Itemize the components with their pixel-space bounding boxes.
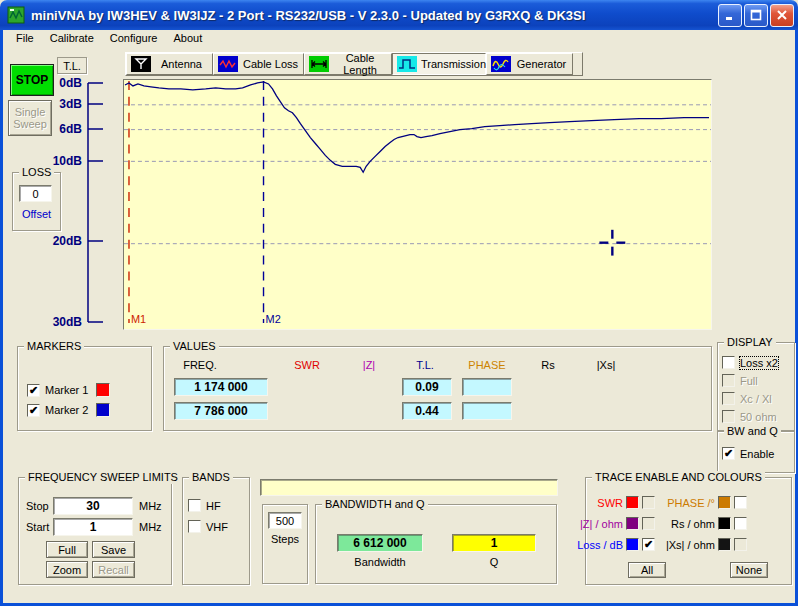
svg-text:0dB: 0dB	[59, 76, 82, 90]
q-label: Q	[454, 556, 534, 568]
single-sweep-button[interactable]: Single Sweep	[8, 100, 52, 136]
minimize-button[interactable]	[718, 4, 742, 27]
steps-group: 500 Steps	[262, 504, 308, 584]
mode-toolbar: Antenna Cable Loss Cable Length Transmis…	[125, 52, 583, 76]
sweep-chart[interactable]: M1M2	[123, 79, 712, 330]
swr-trace-label: SWR	[565, 497, 623, 509]
bandwidth-q-title: BANDWIDTH and Q	[322, 498, 428, 511]
cable-length-mode-button[interactable]: Cable Length	[304, 53, 392, 75]
transmission-mode-button[interactable]: Transmission	[392, 53, 486, 75]
loss-x2-label: Loss x2	[740, 357, 778, 369]
antenna-mode-button[interactable]: Antenna	[126, 53, 213, 75]
full-display-checkbox	[722, 374, 735, 387]
loss-x2-checkbox[interactable]	[722, 356, 735, 369]
values-group-title: VALUES	[170, 340, 219, 353]
markers-group: MARKERS ✔ Marker 1 ✔ Marker 2	[17, 346, 152, 431]
full-range-button[interactable]: Full	[46, 541, 88, 558]
marker2-checkbox[interactable]: ✔	[27, 404, 40, 417]
swr-trace-swatch[interactable]	[626, 496, 639, 509]
sweep-chart-plot: M1M2	[124, 80, 711, 329]
vhf-label: VHF	[206, 521, 228, 533]
menu-configure[interactable]: Configure	[102, 31, 166, 46]
header-rs: Rs	[518, 359, 578, 371]
header-phase: PHASE	[456, 359, 518, 371]
rs-trace-row: Rs / ohm	[650, 517, 747, 530]
xc-xl-checkbox	[722, 392, 735, 405]
close-button[interactable]	[770, 4, 794, 27]
maximize-button[interactable]	[744, 4, 768, 27]
menubar: File Calibrate Configure About	[3, 30, 795, 47]
save-button[interactable]: Save	[92, 541, 135, 558]
titlebar[interactable]: miniVNA by IW3HEV & IW3IJZ - 2 Port - RS…	[0, 0, 798, 30]
none-traces-button[interactable]: None	[730, 562, 768, 578]
svg-text:M2: M2	[266, 313, 281, 325]
stop-button[interactable]: STOP	[10, 64, 54, 96]
rs-trace-checkbox[interactable]	[734, 517, 747, 530]
cable-loss-mode-button[interactable]: Cable Loss	[213, 53, 304, 75]
header-swr: SWR	[277, 359, 337, 371]
fifty-ohm-label: 50 ohm	[740, 411, 777, 423]
fifty-ohm-checkbox	[722, 410, 735, 423]
transmission-mode-label: Transmission	[417, 58, 490, 70]
header-tl: T.L.	[395, 359, 455, 371]
generator-mode-button[interactable]: Generator	[486, 53, 573, 75]
bwq-enable-row: ✔ Enable	[722, 447, 774, 460]
marker2-phase-value	[462, 402, 512, 420]
steps-label: Steps	[263, 533, 307, 545]
display-group-title: DISPLAY	[724, 336, 776, 349]
svg-text:10dB: 10dB	[53, 154, 83, 168]
header-xs: |Xs|	[576, 359, 636, 371]
display-xcxl-row: Xc / Xl	[722, 392, 772, 405]
start-freq-input[interactable]: 1	[53, 518, 133, 536]
menu-about[interactable]: About	[165, 31, 210, 46]
cable-loss-icon	[218, 56, 238, 72]
display-full-row: Full	[722, 374, 758, 387]
message-bar	[260, 479, 558, 496]
window-border-left	[0, 30, 3, 606]
xs-trace-checkbox[interactable]	[734, 538, 747, 551]
minimize-icon	[724, 9, 736, 21]
cable-length-icon	[309, 56, 329, 72]
close-icon	[776, 9, 788, 21]
app-window: miniVNA by IW3HEV & IW3IJZ - 2 Port - RS…	[0, 0, 798, 606]
bwq-enable-checkbox[interactable]: ✔	[722, 447, 735, 460]
single-sweep-label: Single Sweep	[10, 106, 50, 130]
marker1-checkbox[interactable]: ✔	[27, 384, 40, 397]
hf-band-row: HF	[188, 499, 221, 512]
svg-text:M1: M1	[131, 313, 146, 325]
phase-trace-checkbox[interactable]	[734, 496, 747, 509]
transmission-icon	[397, 56, 417, 72]
bandwidth-label: Bandwidth	[340, 556, 420, 568]
loss-group: LOSS 0 Offset	[12, 172, 61, 231]
xs-trace-swatch[interactable]	[718, 538, 731, 551]
steps-input[interactable]: 500	[268, 512, 302, 529]
stop-freq-input[interactable]: 30	[53, 497, 133, 515]
vhf-checkbox[interactable]	[188, 520, 201, 533]
loss-trace-label: Loss / dB	[565, 539, 623, 551]
zoom-button[interactable]: Zoom	[46, 561, 88, 578]
menu-calibrate[interactable]: Calibrate	[42, 31, 102, 46]
marker2-color-swatch[interactable]	[96, 403, 110, 417]
xc-xl-label: Xc / Xl	[740, 393, 772, 405]
loss-offset-input[interactable]: 0	[19, 185, 52, 202]
phase-trace-swatch[interactable]	[718, 496, 731, 509]
start-freq-unit: MHz	[139, 521, 162, 533]
svg-text:6dB: 6dB	[59, 122, 82, 136]
marker1-color-swatch[interactable]	[96, 383, 110, 397]
header-z: |Z|	[339, 359, 399, 371]
marker1-label: Marker 1	[45, 384, 91, 396]
hf-checkbox[interactable]	[188, 499, 201, 512]
rs-trace-swatch[interactable]	[718, 517, 731, 530]
full-display-label: Full	[740, 375, 758, 387]
marker1-phase-value	[462, 378, 512, 396]
marker2-tl-value: 0.44	[402, 402, 452, 420]
generator-icon	[491, 56, 511, 72]
z-trace-swatch[interactable]	[626, 517, 639, 530]
all-traces-button[interactable]: All	[628, 562, 666, 578]
recall-button[interactable]: Recall	[92, 561, 135, 578]
loss-trace-swatch[interactable]	[626, 538, 639, 551]
menu-file[interactable]: File	[8, 31, 42, 46]
loss-trace-row: Loss / dB ✔	[565, 538, 655, 551]
z-trace-label: |Z| / ohm	[565, 518, 623, 530]
markers-group-title: MARKERS	[24, 340, 84, 353]
